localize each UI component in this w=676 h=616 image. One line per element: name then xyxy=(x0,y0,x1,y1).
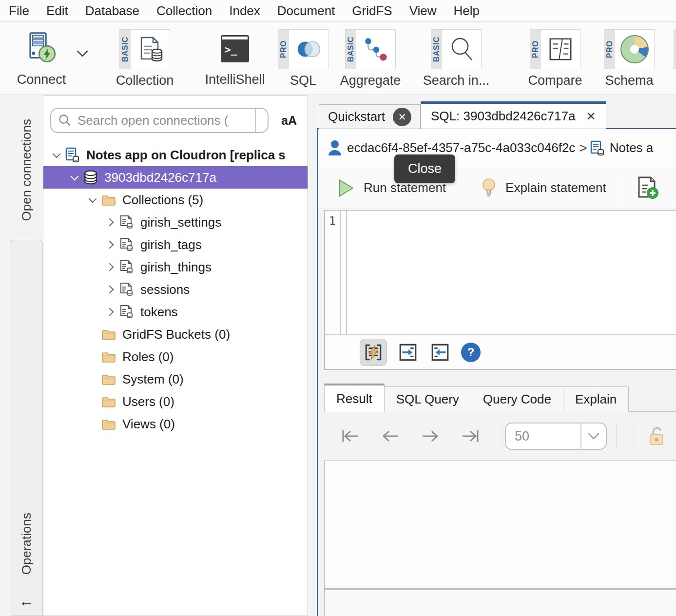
schema-button[interactable]: PRO Schema xyxy=(603,29,655,88)
tree-row-views[interactable]: Views (0) xyxy=(43,413,308,435)
menu-file[interactable]: File xyxy=(9,3,29,19)
sidebar-tab-group: Operations ← xyxy=(10,240,43,616)
sidebar-tab-operations[interactable]: Operations xyxy=(19,513,34,577)
last-page-button[interactable] xyxy=(459,426,482,446)
folder-icon xyxy=(101,418,116,430)
tree-row-label: girish_things xyxy=(140,260,212,275)
compare-icon xyxy=(541,30,580,69)
menu-view[interactable]: View xyxy=(409,3,437,19)
close-tab-icon[interactable]: ✕ xyxy=(393,108,411,126)
breadcrumb-server-icon xyxy=(590,140,605,156)
expand-chevron[interactable] xyxy=(104,287,117,292)
sql-badge: PRO xyxy=(278,30,289,69)
tree-row-label: Roles (0) xyxy=(122,349,174,365)
tree-row-label: Collections (5) xyxy=(122,192,203,208)
aggregate-button[interactable]: BASIC Aggregate xyxy=(340,29,401,88)
previous-page-button[interactable] xyxy=(379,426,402,446)
outdent-statement-button[interactable] xyxy=(429,341,451,364)
aggregate-tile: BASIC xyxy=(345,29,396,69)
tree-row-collection[interactable]: girish_things xyxy=(43,256,308,278)
result-grid-area[interactable] xyxy=(324,461,676,616)
line-number-gutter: 1 xyxy=(325,211,341,334)
collection-tile: BASIC xyxy=(119,29,170,69)
search-icon xyxy=(58,114,72,127)
search-connections-input[interactable]: Search open connections ( xyxy=(50,108,269,133)
connect-dropdown-chevron[interactable] xyxy=(76,50,89,58)
expand-chevron[interactable] xyxy=(86,198,99,202)
tree-row-database-selected[interactable]: 3903dbd2426c717a xyxy=(43,166,308,189)
lock-results-button[interactable] xyxy=(647,425,666,447)
menu-edit[interactable]: Edit xyxy=(46,3,68,19)
sidebar-tab-open-connections[interactable]: Open connections xyxy=(10,106,43,234)
sql-button[interactable]: PRO SQL xyxy=(278,29,328,88)
tree-row-system[interactable]: System (0) xyxy=(43,368,308,390)
menu-bar: File Edit Database Collection Index Docu… xyxy=(0,0,676,22)
menu-document[interactable]: Document xyxy=(277,3,335,19)
search-in-button[interactable]: BASIC Search in... xyxy=(420,29,492,88)
first-page-button[interactable] xyxy=(339,426,362,446)
connection-icon xyxy=(65,147,80,163)
tree-row-connection[interactable]: Notes app on Cloudron [replica s xyxy=(43,144,308,166)
collection-button[interactable]: BASIC Collection xyxy=(116,29,174,88)
chevron-down-icon[interactable] xyxy=(580,424,606,449)
tree-row-collection[interactable]: sessions xyxy=(43,278,308,301)
auto-execute-toggle[interactable] xyxy=(360,339,387,366)
tree-row-collection[interactable]: girish_settings xyxy=(43,211,308,233)
tree-row-users[interactable]: Users (0) xyxy=(43,390,308,413)
result-footer-area xyxy=(325,588,676,616)
expand-chevron[interactable] xyxy=(104,242,117,248)
tree-row-collections[interactable]: Collections (5) xyxy=(43,189,308,211)
tab-quickstart[interactable]: Quickstart ✕ xyxy=(319,104,421,129)
close-tab-icon[interactable]: ✕ xyxy=(586,110,596,123)
tree-row-label: Users (0) xyxy=(122,394,174,409)
menu-index[interactable]: Index xyxy=(229,3,260,19)
help-icon[interactable]: ? xyxy=(461,343,481,362)
search-in-label: Search in... xyxy=(423,73,490,88)
connection-tree: Notes app on Cloudron [replica s 3903dbd… xyxy=(43,144,308,435)
next-page-button[interactable] xyxy=(419,426,442,446)
breadcrumb-connection-id[interactable]: ecdac6f4-85ef-4357-a75c-4a033c046f2c xyxy=(347,140,575,155)
tab-sql-editor[interactable]: SQL: 3903dbd2426c717a ✕ xyxy=(421,101,606,129)
tree-row-roles[interactable]: Roles (0) xyxy=(43,346,308,368)
indent-statement-button[interactable] xyxy=(397,341,419,364)
sql-editor-input[interactable] xyxy=(347,211,676,334)
expand-chevron[interactable] xyxy=(104,219,117,225)
toolbar-button-partial[interactable]: I xyxy=(670,29,676,88)
menu-database[interactable]: Database xyxy=(85,3,139,19)
tree-row-gridfs-buckets[interactable]: GridFS Buckets (0) xyxy=(43,323,308,346)
match-case-button[interactable]: aA xyxy=(275,108,303,133)
expand-chevron[interactable] xyxy=(104,264,117,270)
menu-help[interactable]: Help xyxy=(454,3,480,19)
new-statement-icon[interactable] xyxy=(635,175,660,201)
explain-statement-button[interactable]: Explain statement xyxy=(505,180,606,195)
search-placeholder: Search open connections ( xyxy=(77,113,255,128)
menu-collection[interactable]: Collection xyxy=(156,3,212,19)
schema-label: Schema xyxy=(605,73,653,88)
tree-row-label: Notes app on Cloudron [replica s xyxy=(86,148,286,163)
collapse-sidebar-button[interactable]: ← xyxy=(19,593,34,609)
toolbar-partial-tile xyxy=(674,29,676,69)
expand-chevron[interactable] xyxy=(68,175,81,179)
expand-chevron[interactable] xyxy=(104,309,117,315)
tree-row-collection[interactable]: tokens xyxy=(43,301,308,323)
tab-sql-query[interactable]: SQL Query xyxy=(385,386,471,412)
search-in-icon xyxy=(442,30,481,69)
breadcrumb: ecdac6f4-85ef-4357-a75c-4a033c046f2c > N… xyxy=(318,129,676,167)
main-area: Quickstart ✕ SQL: 3903dbd2426c717a ✕ ecd… xyxy=(317,96,676,616)
compare-button[interactable]: PRO Compare xyxy=(522,29,588,88)
connect-button[interactable]: Connect xyxy=(15,29,68,87)
app-window: File Edit Database Collection Index Docu… xyxy=(0,0,676,616)
intellishell-button[interactable]: >_ IntelliShell xyxy=(201,29,269,87)
page-size-selector[interactable]: 50 xyxy=(505,423,607,450)
expand-chevron[interactable] xyxy=(50,153,63,157)
tab-result[interactable]: Result xyxy=(324,384,385,412)
menu-gridfs[interactable]: GridFS xyxy=(352,3,392,19)
tab-query-code[interactable]: Query Code xyxy=(471,386,563,412)
schema-badge: PRO xyxy=(604,30,615,69)
collection-icon xyxy=(131,30,170,69)
breadcrumb-database[interactable]: Notes a xyxy=(610,140,654,155)
tree-row-collection[interactable]: girish_tags xyxy=(43,233,308,256)
editor-footer-toolbar: ? xyxy=(325,334,676,369)
tab-explain[interactable]: Explain xyxy=(563,386,629,412)
user-icon xyxy=(328,140,342,156)
